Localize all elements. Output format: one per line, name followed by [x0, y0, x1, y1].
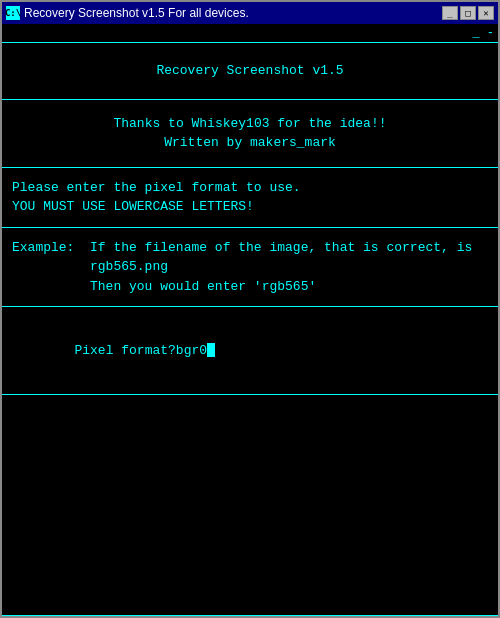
input-section: Pixel format?bgr0	[2, 307, 498, 395]
example-line2: rgb565.png	[12, 257, 488, 277]
terminal-controls-row: _ -	[2, 24, 498, 43]
title-line: Recovery Screenshot v1.5	[12, 61, 488, 81]
example-line3: Then you would enter 'rgb565'	[12, 277, 488, 297]
instructions-section: Please enter the pixel format to use. YO…	[2, 168, 498, 228]
title-section: Recovery Screenshot v1.5	[2, 43, 498, 100]
example-section: Example: If the filename of the image, t…	[2, 228, 498, 308]
terminal-area: _ - Recovery Screenshot v1.5 Thanks to W…	[2, 24, 498, 616]
maximize-button[interactable]: □	[460, 6, 476, 20]
close-button[interactable]: ✕	[478, 6, 494, 20]
instruction-line1: Please enter the pixel format to use.	[12, 178, 488, 198]
prompt-line: Pixel format?bgr0	[12, 321, 488, 380]
app-icon: C:\	[6, 6, 20, 20]
minimize-button[interactable]: _	[442, 6, 458, 20]
title-bar: C:\ Recovery Screenshot v1.5 For all dev…	[2, 2, 498, 24]
title-bar-left: C:\ Recovery Screenshot v1.5 For all dev…	[6, 6, 249, 20]
prompt-text: Pixel format?	[74, 343, 175, 358]
credits-line2: Written by makers_mark	[12, 133, 488, 153]
example-line1: Example: If the filename of the image, t…	[12, 238, 488, 258]
window-title: Recovery Screenshot v1.5 For all devices…	[24, 6, 249, 20]
main-window: C:\ Recovery Screenshot v1.5 For all dev…	[0, 0, 500, 618]
credits-line1: Thanks to Whiskey103 for the idea!!	[12, 114, 488, 134]
empty-section	[2, 395, 498, 617]
input-value: bgr0	[176, 343, 207, 358]
terminal-controls-text: _ -	[472, 26, 494, 40]
credits-section: Thanks to Whiskey103 for the idea!! Writ…	[2, 100, 498, 168]
title-bar-buttons[interactable]: _ □ ✕	[442, 6, 494, 20]
cursor-blink	[207, 343, 215, 357]
instruction-line2: YOU MUST USE LOWERCASE LETTERS!	[12, 197, 488, 217]
